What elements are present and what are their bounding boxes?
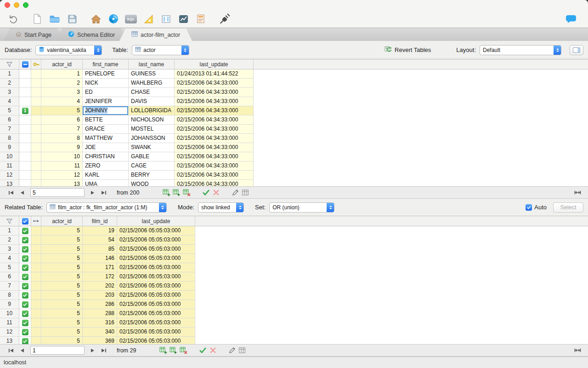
- last-update-cell[interactable]: 02/15/2006 05:05:03:000: [117, 282, 195, 291]
- actor-id-cell[interactable]: 5: [41, 328, 83, 337]
- relation-cell[interactable]: [31, 282, 41, 291]
- add-record-icon[interactable]: [158, 346, 168, 355]
- film-id-cell[interactable]: 85: [83, 245, 117, 254]
- row-number[interactable]: 12: [0, 171, 19, 180]
- row-number[interactable]: 7: [0, 282, 19, 291]
- table-row[interactable]: 10528802/15/2006 05:05:03:000: [0, 309, 588, 318]
- key-cell[interactable]: [31, 125, 41, 134]
- last-update-cell[interactable]: 02/15/2006 05:05:03:000: [117, 263, 195, 272]
- select-all-checkbox[interactable]: [19, 216, 31, 226]
- key-cell[interactable]: [31, 143, 41, 152]
- first-name-cell[interactable]: JOE: [83, 143, 129, 152]
- row-number[interactable]: 5: [0, 263, 19, 272]
- row-number[interactable]: 12: [0, 328, 19, 337]
- table-row[interactable]: 5517102/15/2006 05:05:03:000: [0, 263, 588, 272]
- table-row[interactable]: 99JOESWANK02/15/2006 04:34:33:000: [0, 143, 588, 152]
- first-name-cell[interactable]: ZERO: [83, 161, 129, 171]
- layout-panel-button[interactable]: [570, 45, 583, 55]
- actor-id-cell[interactable]: 5: [41, 282, 83, 291]
- last-update-cell[interactable]: 02/15/2006 05:05:03:000: [117, 300, 195, 309]
- last-update-cell[interactable]: 01/24/2013 01:41:44:522: [175, 69, 254, 79]
- ruler-icon[interactable]: [141, 12, 155, 25]
- last-update-cell[interactable]: 02/15/2006 05:05:03:000: [117, 245, 195, 254]
- edit-record-icon[interactable]: [230, 188, 240, 197]
- first-name-cell[interactable]: NICK: [83, 79, 129, 88]
- row-select-cell[interactable]: 1: [19, 106, 31, 115]
- split-resize-icon[interactable]: [572, 188, 582, 197]
- first-record-icon[interactable]: [6, 346, 17, 355]
- delete-record-icon[interactable]: [181, 188, 192, 197]
- film-id-cell[interactable]: 171: [83, 263, 117, 272]
- last-name-cell[interactable]: GABLE: [129, 152, 175, 161]
- key-cell[interactable]: [31, 88, 41, 97]
- row-check-cell[interactable]: [19, 282, 31, 291]
- save-icon[interactable]: [65, 12, 79, 25]
- first-name-cell[interactable]: UMA: [83, 180, 129, 186]
- graph-icon[interactable]: [176, 12, 190, 25]
- row-check-cell[interactable]: [19, 272, 31, 282]
- row-number[interactable]: 11: [0, 161, 19, 171]
- first-name-cell[interactable]: PENELOPE: [83, 69, 129, 79]
- relation-cell[interactable]: [31, 263, 41, 272]
- row-number[interactable]: 9: [0, 300, 19, 309]
- row-check-cell[interactable]: [19, 337, 31, 344]
- last-update-cell[interactable]: 02/15/2006 04:34:33:000: [175, 97, 254, 106]
- row-select-cell[interactable]: [19, 125, 31, 134]
- row-check-cell[interactable]: [19, 291, 31, 300]
- column-header-actor-id[interactable]: actor_id: [41, 59, 83, 69]
- last-update-cell[interactable]: 02/15/2006 05:05:03:000: [117, 291, 195, 300]
- column-header-film-id[interactable]: film_id: [83, 216, 117, 226]
- first-name-cell[interactable]: GRACE: [83, 125, 129, 134]
- actor-id-cell[interactable]: 5: [41, 291, 83, 300]
- key-cell[interactable]: [31, 161, 41, 171]
- row-select-cell[interactable]: [19, 180, 31, 186]
- chat-bubble-icon[interactable]: [564, 12, 578, 25]
- prev-record-icon[interactable]: [17, 346, 28, 355]
- last-update-cell[interactable]: 02/15/2006 04:34:33:000: [175, 161, 254, 171]
- actor-id-cell[interactable]: 1: [41, 69, 83, 79]
- last-update-cell[interactable]: 02/15/2006 05:05:03:000: [117, 272, 195, 282]
- key-cell[interactable]: [31, 134, 41, 143]
- table-row[interactable]: 12534002/15/2006 05:05:03:000: [0, 328, 588, 337]
- table-row[interactable]: 151902/15/2006 05:05:03:000: [0, 226, 588, 236]
- set-select[interactable]: OR (union): [269, 202, 334, 213]
- actor-id-cell[interactable]: 5: [41, 263, 83, 272]
- last-update-cell[interactable]: 02/15/2006 04:34:33:000: [175, 79, 254, 88]
- last-name-cell[interactable]: CHASE: [129, 88, 175, 97]
- table-row[interactable]: 22NICKWAHLBERG02/15/2006 04:34:33:000: [0, 79, 588, 88]
- last-update-cell[interactable]: 02/15/2006 04:34:33:000: [175, 115, 254, 125]
- film-id-cell[interactable]: 369: [83, 337, 117, 344]
- actor-id-cell[interactable]: 6: [41, 115, 83, 125]
- actor-id-cell[interactable]: 5: [41, 318, 83, 328]
- relation-cell[interactable]: [31, 300, 41, 309]
- auto-checkbox[interactable]: Auto: [526, 204, 547, 211]
- film-id-cell[interactable]: 288: [83, 309, 117, 318]
- table-row[interactable]: 88MATTHEWJOHANSSON02/15/2006 04:34:33:00…: [0, 134, 588, 143]
- row-select-cell[interactable]: [19, 79, 31, 88]
- film-id-cell[interactable]: 19: [83, 226, 117, 236]
- relation-cell[interactable]: [31, 318, 41, 328]
- tab-schema-editor[interactable]: Schema Editor: [56, 29, 127, 41]
- last-update-cell[interactable]: 02/15/2006 04:34:33:000: [175, 171, 254, 180]
- row-check-cell[interactable]: [19, 300, 31, 309]
- columns-icon[interactable]: [159, 12, 173, 25]
- sql-icon[interactable]: SQL: [124, 12, 138, 25]
- undo-icon[interactable]: [6, 12, 20, 25]
- actor-id-cell[interactable]: 5: [41, 272, 83, 282]
- table-row[interactable]: 13536902/15/2006 05:05:03:000: [0, 337, 588, 344]
- row-number[interactable]: 7: [0, 125, 19, 134]
- last-name-cell[interactable]: NICHOLSON: [129, 115, 175, 125]
- actor-id-cell[interactable]: 5: [41, 106, 83, 115]
- row-number[interactable]: 13: [0, 180, 19, 186]
- key-cell[interactable]: [31, 97, 41, 106]
- last-update-cell[interactable]: 02/15/2006 05:05:03:000: [117, 328, 195, 337]
- new-document-icon[interactable]: [30, 12, 44, 25]
- key-cell[interactable]: [31, 79, 41, 88]
- table-row[interactable]: 77GRACEMOSTEL02/15/2006 04:34:33:000: [0, 125, 588, 134]
- last-name-cell[interactable]: WAHLBERG: [129, 79, 175, 88]
- last-update-cell[interactable]: 02/15/2006 04:34:33:000: [175, 180, 254, 186]
- last-name-cell[interactable]: BERRY: [129, 171, 175, 180]
- filter-icon[interactable]: [0, 216, 19, 226]
- relation-cell[interactable]: [31, 337, 41, 344]
- report-icon[interactable]: [194, 12, 208, 25]
